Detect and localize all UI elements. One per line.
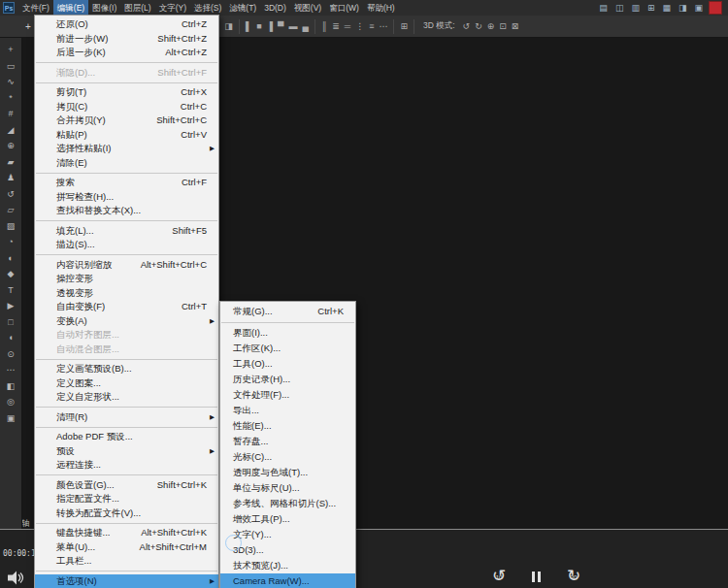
pause-button[interactable] <box>532 566 541 587</box>
edit-menu-item[interactable]: 指定配置文件... <box>35 492 218 506</box>
edit-menu-item[interactable]: 远程连接... <box>35 458 218 473</box>
path-selection-tool-icon[interactable]: ▶ <box>8 301 15 310</box>
edit-toolbar-icon[interactable]: ⋯ <box>7 365 16 375</box>
preferences-item[interactable]: 参考线、网格和切片(S)... <box>220 496 355 511</box>
edit-menu-item[interactable]: 剪切(T)Ctrl+X <box>35 85 218 100</box>
preferences-item[interactable]: 文字(Y)... <box>220 527 355 542</box>
marquee-tool-icon[interactable]: ▭ <box>7 61 16 71</box>
menubar-item-8[interactable]: 3D(D) <box>260 0 290 16</box>
zoom-tool-icon[interactable]: ⊙ <box>7 349 15 359</box>
foreground-background-swatch-icon[interactable]: ◧ <box>7 381 16 391</box>
edit-menu-item[interactable]: 预设▶ <box>35 444 218 459</box>
align-right-edges-icon[interactable]: ▐ <box>267 20 273 32</box>
forward-30-button[interactable]: ↻ 30 <box>562 566 585 587</box>
edit-menu-item[interactable]: 后退一步(K)Alt+Ctrl+Z <box>35 46 218 60</box>
edit-menu-item[interactable]: 操控变形 <box>35 272 218 286</box>
panel-split-icon[interactable]: ◨ <box>678 3 687 13</box>
panel-grid-icon[interactable]: ▤ <box>599 3 608 13</box>
quick-selection-tool-icon[interactable]: * <box>9 93 13 103</box>
auto-align-layers-icon[interactable]: ⊞ <box>400 20 408 32</box>
preferences-item[interactable]: 常规(G)...Ctrl+K <box>220 304 355 319</box>
align-horizontal-centers-icon[interactable]: ■ <box>256 20 261 32</box>
audio-mute-icon[interactable] <box>8 571 24 588</box>
show-transform-icon[interactable]: ◨ <box>224 20 233 32</box>
edit-menu-item[interactable]: 搜索Ctrl+F <box>35 176 218 190</box>
crop-tool-icon[interactable]: # <box>8 109 13 118</box>
edit-menu-item[interactable]: 工具栏... <box>35 554 218 569</box>
lasso-tool-icon[interactable]: ∿ <box>7 77 15 86</box>
move-tool-options-icon[interactable]: + <box>25 21 31 32</box>
edit-menu-item[interactable]: 查找和替换文本(X)... <box>35 204 218 218</box>
edit-menu-item[interactable]: 透视变形 <box>35 286 218 301</box>
move-tool-icon[interactable]: + <box>8 45 13 54</box>
edit-menu-item[interactable]: 定义自定形状... <box>35 390 218 405</box>
preferences-item[interactable]: 暂存盘... <box>220 434 355 449</box>
clone-stamp-tool-icon[interactable]: ♟ <box>7 173 15 182</box>
panel-add-icon[interactable]: ⊞ <box>647 3 655 13</box>
menubar-item-1[interactable]: 文件(F) <box>18 0 53 16</box>
blur-tool-icon[interactable]: ◔ <box>8 237 13 246</box>
red-color-swatch[interactable] <box>709 1 722 15</box>
dodge-tool-icon[interactable]: ◐ <box>8 253 13 263</box>
preferences-item[interactable]: 历史记录(H)... <box>220 372 355 387</box>
distribute-left-icon[interactable]: ⋮ <box>355 20 364 32</box>
edit-menu-item[interactable]: 粘贴(P)Ctrl+V <box>35 128 218 143</box>
edit-menu-item[interactable]: 自动对齐图层... <box>35 328 218 343</box>
edit-menu-item[interactable]: 还原(O)Ctrl+Z <box>35 17 218 32</box>
edit-menu-item[interactable]: 转换为配置文件(V)... <box>35 506 218 521</box>
edit-menu-item[interactable]: 定义图案... <box>35 376 218 391</box>
history-brush-tool-icon[interactable]: ↺ <box>7 189 15 199</box>
type-tool-icon[interactable]: T <box>8 285 14 295</box>
align-vertical-centers-icon[interactable]: ▬ <box>288 20 297 32</box>
edit-menu-item[interactable]: 清理(R)▶ <box>35 410 218 425</box>
distribute-top-icon[interactable]: ║ <box>321 20 327 32</box>
edit-menu-item[interactable]: 渐隐(D)...Shift+Ctrl+F <box>35 66 218 81</box>
hand-tool-icon[interactable]: ◖ <box>8 333 13 343</box>
edit-menu-item[interactable]: 拷贝(C)Ctrl+C <box>35 100 218 114</box>
menubar-item-7[interactable]: 滤镜(T) <box>225 0 260 16</box>
pen-tool-icon[interactable]: ◆ <box>8 269 15 278</box>
preferences-item[interactable]: 光标(C)... <box>220 449 355 465</box>
menubar-item-4[interactable]: 图层(L) <box>120 0 154 16</box>
align-left-edges-icon[interactable]: ▌ <box>246 20 251 32</box>
preferences-item[interactable]: 工具(O)... <box>220 356 355 372</box>
brush-tool-icon[interactable]: ▰ <box>8 157 15 167</box>
preferences-item[interactable]: 性能(E)... <box>220 418 355 434</box>
gradient-tool-icon[interactable]: ▨ <box>7 221 16 231</box>
edit-menu-item[interactable]: 自动混合图层... <box>35 343 218 357</box>
preferences-item[interactable]: Camera Raw(W)... <box>220 573 355 588</box>
distribute-horizontal-icon[interactable]: ≡ <box>369 20 374 32</box>
preferences-item[interactable]: 透明度与色域(T)... <box>220 465 355 480</box>
edit-menu-item[interactable]: 填充(L)...Shift+F5 <box>35 224 218 239</box>
edit-menu-item[interactable]: 前进一步(W)Shift+Ctrl+Z <box>35 32 218 47</box>
eraser-tool-icon[interactable]: ▱ <box>8 205 15 214</box>
3d-roll-icon[interactable]: ↻ <box>475 20 482 32</box>
edit-menu-item[interactable]: 定义画笔预设(B)... <box>35 362 218 376</box>
panel-full-icon[interactable]: ▣ <box>694 3 703 13</box>
align-top-edges-icon[interactable]: ▀ <box>278 20 283 32</box>
3d-scale-icon[interactable]: ⊠ <box>512 20 519 32</box>
edit-menu-item[interactable]: 拼写检查(H)... <box>35 190 218 205</box>
menubar-item-9[interactable]: 视图(V) <box>290 0 325 16</box>
quick-mask-icon[interactable]: ◎ <box>7 397 15 407</box>
menubar-item-3[interactable]: 图像(I) <box>88 0 120 16</box>
edit-menu-item[interactable]: Adobe PDF 预设... <box>35 430 218 444</box>
preferences-item[interactable]: 工作区(K)... <box>220 341 355 356</box>
preferences-item[interactable]: 界面(I)... <box>220 325 355 341</box>
edit-menu-item[interactable]: 清除(E) <box>35 156 218 171</box>
edit-menu-item[interactable]: 选择性粘贴(I)▶ <box>35 142 218 156</box>
distribute-right-icon[interactable]: ⋯ <box>379 20 387 32</box>
distribute-bottom-icon[interactable]: ═ <box>345 20 350 32</box>
menubar-item-10[interactable]: 窗口(W) <box>325 0 363 16</box>
menubar-item-6[interactable]: 选择(S) <box>190 0 225 16</box>
preferences-item[interactable]: 3D(3)... <box>220 542 355 558</box>
edit-menu-item[interactable]: 描边(S)... <box>35 238 218 252</box>
rewind-10-button[interactable]: ↺ 10 <box>487 566 511 587</box>
shape-tool-icon[interactable]: □ <box>8 317 13 327</box>
edit-menu-item[interactable]: 变换(A)▶ <box>35 314 218 329</box>
panel-columns-icon[interactable]: ◫ <box>615 3 624 13</box>
edit-menu-item[interactable]: 自由变换(F)Ctrl+T <box>35 300 218 314</box>
distribute-vertical-icon[interactable]: ≣ <box>332 20 340 32</box>
menubar-item-11[interactable]: 帮助(H) <box>363 0 399 16</box>
healing-brush-tool-icon[interactable]: ⊕ <box>7 141 15 150</box>
